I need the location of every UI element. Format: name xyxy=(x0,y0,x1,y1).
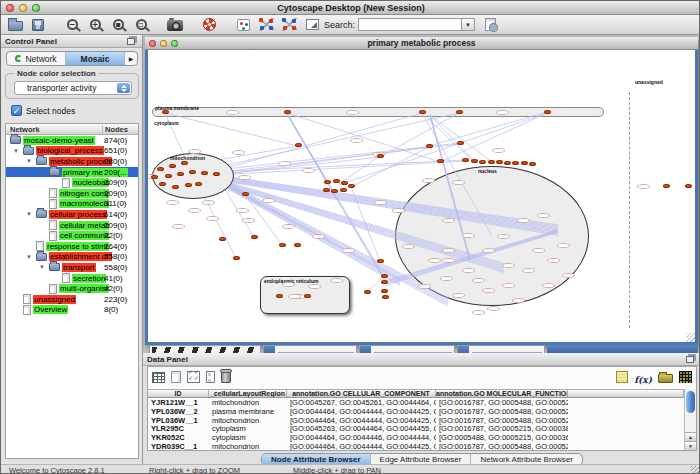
table-row[interactable]: YJR121W__1mitochondrion[GO:0045267, GO:0… xyxy=(148,398,684,407)
float-data-panel-icon[interactable] xyxy=(686,356,694,363)
tree-row-cellular-metabol[interactable]: cellular metabol209(0) xyxy=(6,220,138,231)
graph-node[interactable] xyxy=(177,172,184,177)
tree-row-metabolic-process[interactable]: ▼metabolic process280(0) xyxy=(6,156,138,167)
graph-node-small[interactable] xyxy=(236,208,249,213)
graph-node-small[interactable] xyxy=(442,258,455,263)
graph-node-small[interactable] xyxy=(166,200,179,205)
tree-row-establishment-of-lo[interactable]: ▼establishment of lo558(0) xyxy=(6,252,138,263)
zoom-selected-button[interactable]: ▪ xyxy=(108,16,128,34)
expand-arrow-icon[interactable]: ▼ xyxy=(39,264,45,270)
tree-row-multi-organism-pro[interactable]: multi-organism pro42(0) xyxy=(6,283,138,294)
scroll-down-icon[interactable]: ▼ xyxy=(685,441,696,450)
table-row[interactable]: YKR052Ccytoplasm[GO:0044464, GO:0044446,… xyxy=(148,433,684,442)
graph-node[interactable] xyxy=(663,184,670,189)
graph-node-small[interactable] xyxy=(542,283,555,288)
graph-node[interactable] xyxy=(294,243,301,248)
graph-node-small[interactable] xyxy=(206,216,219,221)
zoom-in-button[interactable]: + xyxy=(85,16,105,34)
graph-node-small[interactable] xyxy=(418,284,431,289)
graph-node[interactable] xyxy=(279,243,286,248)
graph-node[interactable] xyxy=(521,161,528,166)
graph-node-small[interactable] xyxy=(278,161,291,166)
tree-row-biological-process[interactable]: ▼biological_process651(0) xyxy=(6,146,138,157)
graph-node-small[interactable] xyxy=(472,310,485,315)
expand-arrow-icon[interactable]: ▼ xyxy=(26,158,32,164)
table-cell[interactable]: [GO:0005488, GO:0005215, GO:0003674] xyxy=(436,433,568,442)
column-header[interactable]: _cellularLayoutRegion xyxy=(209,390,287,397)
graph-node-small[interactable] xyxy=(522,268,535,273)
tree-row-unassigned[interactable]: unassigned223(0) xyxy=(6,294,138,305)
zoom-out-button[interactable]: − xyxy=(62,16,82,34)
graph-node[interactable] xyxy=(233,256,240,261)
graph-node[interactable] xyxy=(457,141,464,146)
graph-node-small[interactable] xyxy=(482,248,495,253)
delete-attribute-button[interactable] xyxy=(221,369,231,387)
graph-node[interactable] xyxy=(496,160,503,165)
table-cell[interactable]: YPL036W__1 xyxy=(148,416,209,425)
graph-node[interactable] xyxy=(284,110,291,115)
tree-row-cellular-process[interactable]: ▼cellular process614(0) xyxy=(6,209,138,220)
table-cell[interactable]: YJR121W__1 xyxy=(148,398,209,407)
graph-node[interactable] xyxy=(437,159,444,164)
graph-node-small[interactable] xyxy=(262,198,275,203)
table-cell[interactable]: YDR039C__1 xyxy=(148,442,209,450)
graph-node-small[interactable] xyxy=(242,218,255,223)
notes-button[interactable] xyxy=(616,369,628,387)
select-nodes-checkbox[interactable]: ✓ xyxy=(11,105,22,116)
graph-node[interactable] xyxy=(324,180,331,185)
table-cell[interactable]: [GO:0044464, GO:0044444, GO:0044425, G..… xyxy=(287,407,436,416)
title-bar[interactable]: Cytoscape Desktop (New Session) xyxy=(1,1,700,15)
graph-node[interactable] xyxy=(341,181,348,186)
table-cell[interactable]: [GO:0044464, GO:0044444, GO:0044425, G..… xyxy=(287,442,436,450)
graph-node-small[interactable] xyxy=(537,213,550,218)
graph-node-small[interactable] xyxy=(428,258,441,263)
table-cell[interactable]: [GO:0045267, GO:0045261, GO:0044464, G..… xyxy=(287,398,436,407)
tree-row-transport[interactable]: ▼transport558(0) xyxy=(6,262,138,273)
graph-node[interactable] xyxy=(323,188,330,193)
graph-node[interactable] xyxy=(488,160,495,165)
network-window-titlebar[interactable]: primary metabolic process xyxy=(145,37,698,50)
graph-node-small[interactable] xyxy=(462,233,475,238)
tab-mosaic[interactable]: Mosaic xyxy=(66,52,125,65)
table-cell[interactable]: cytoplasm xyxy=(209,433,287,442)
open-button[interactable] xyxy=(5,16,25,34)
graph-node[interactable] xyxy=(201,171,208,176)
expand-arrow-icon[interactable]: ▼ xyxy=(13,148,19,154)
graph-node-small[interactable] xyxy=(502,263,515,268)
graph-node[interactable] xyxy=(381,280,388,285)
graph-node-small[interactable] xyxy=(532,248,545,253)
table-row[interactable]: YPL036W__1mitochondrion[GO:0044464, GO:0… xyxy=(148,416,684,425)
graph-node-small[interactable] xyxy=(202,200,215,205)
tree-row-nitrogen-compo[interactable]: nitrogen compo209(0) xyxy=(6,188,138,199)
scrollbar-thumb[interactable] xyxy=(686,391,695,413)
graph-node[interactable] xyxy=(295,143,302,148)
tree-row-nucleobase-[interactable]: nucleobase-209(0) xyxy=(6,177,138,188)
graph-node[interactable] xyxy=(381,274,388,279)
table-cell[interactable]: plasma membrane xyxy=(209,407,287,416)
search-options-button[interactable] xyxy=(480,16,500,34)
graph-node-small[interactable] xyxy=(288,294,301,299)
table-cell[interactable]: [GO:0016787, GO:0005488, GO:0005215, G..… xyxy=(436,398,568,407)
graph-node[interactable] xyxy=(377,259,384,264)
node-color-dropdown[interactable]: transporter activity xyxy=(14,81,132,95)
table-cell[interactable]: YPL036W__2 xyxy=(148,407,209,416)
table-cell[interactable]: [GO:0016787, GO:0005488, GO:0005215, G..… xyxy=(436,407,568,416)
graph-node-small[interactable] xyxy=(232,150,245,155)
graph-node[interactable] xyxy=(195,182,202,187)
graph-node-small[interactable] xyxy=(452,180,465,185)
graph-node-small[interactable] xyxy=(422,178,435,183)
graph-node-small[interactable] xyxy=(497,234,510,239)
search-input[interactable] xyxy=(358,18,462,31)
float-panel-icon[interactable] xyxy=(127,38,135,45)
search-dropdown-icon[interactable]: ▼ xyxy=(462,18,475,31)
table-row[interactable]: YDR039C__1mitochondrion[GO:0044464, GO:0… xyxy=(148,442,684,450)
zoom-fit-button[interactable]: ▫ xyxy=(131,16,151,34)
graph-node[interactable] xyxy=(479,160,486,165)
graph-node[interactable] xyxy=(426,144,433,149)
graph-node-small[interactable] xyxy=(462,268,475,273)
column-header[interactable]: annotation.GO CELLULAR_COMPONENT xyxy=(287,390,436,397)
graph-node[interactable] xyxy=(462,158,469,163)
table-row[interactable]: YLR295Ccytoplasm[GO:0045263, GO:0044464,… xyxy=(148,424,684,433)
graph-node-small[interactable] xyxy=(188,149,201,154)
table-cell[interactable]: [GO:0044464, GO:0044446, GO:0044444, G..… xyxy=(287,433,436,442)
